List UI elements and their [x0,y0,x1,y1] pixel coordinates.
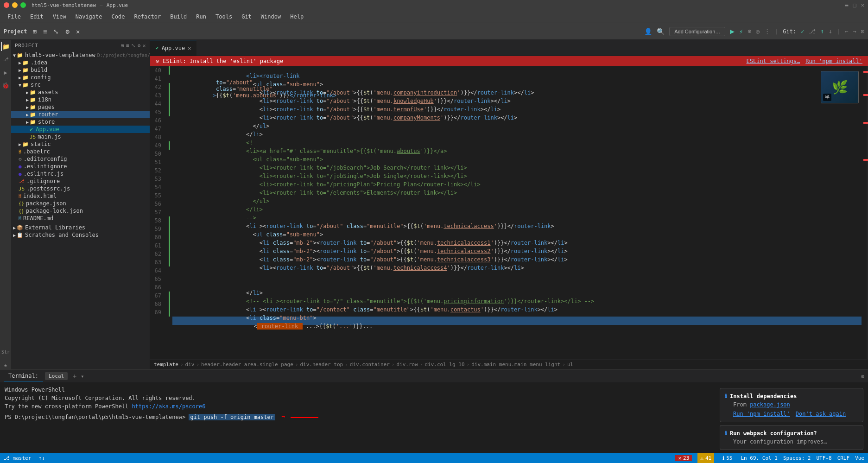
sidebar-icon4[interactable]: ⚙ [138,43,141,49]
menu-window[interactable]: Window [257,13,285,21]
menu-refactor[interactable]: Refactor [130,13,165,21]
sidebar-item-config[interactable]: ▶ 📁 config [11,74,150,81]
terminal-dropdown[interactable]: ▾ [81,373,84,380]
notif-dont-ask[interactable]: Don't ask again [796,411,846,417]
sidebar-icon2[interactable]: ≡ [126,43,129,49]
run-button[interactable]: ▶ [730,27,735,36]
menu-edit[interactable]: Edit [26,13,47,21]
terminal-settings-icon[interactable]: ⚙ [861,373,864,380]
status-warnings[interactable]: ⚠41 [697,453,714,463]
list-icon[interactable]: ≡ [41,27,49,36]
menu-build[interactable]: Build [166,13,190,21]
breadcrumb-div-collg10[interactable]: div.col-lg-10 [424,362,464,368]
status-sync[interactable]: ↑↓ [38,455,44,461]
sidebar-item-build[interactable]: ▶ 📁 build [11,66,150,74]
git-pull[interactable]: ↓ [829,28,832,35]
activity-commit[interactable]: ⎇ [1,55,10,64]
debug-button[interactable]: ⚡ [739,28,743,35]
sidebar-item-router[interactable]: ▶ 📁 router [11,111,150,118]
sidebar-item-static[interactable]: ▶ 📁 static [11,140,150,148]
breadcrumb-div-container[interactable]: div.container [350,362,390,368]
sidebar-icon1[interactable]: ⊞ [121,43,124,49]
menu-file[interactable]: File [4,13,25,21]
menu-view[interactable]: View [49,13,70,21]
sidebar-item-eslintignore[interactable]: ● .eslintignore [11,163,150,170]
more-actions[interactable]: ⋮ [764,28,770,35]
status-crlf[interactable]: CRLF [837,455,850,461]
eslint-npm-install-link[interactable]: Run 'npm install' [805,58,862,64]
collapse-icon[interactable]: ⤡ [51,27,61,36]
scroll-bar[interactable] [862,66,868,359]
status-errors[interactable]: ✕23 [675,455,692,461]
sidebar-item-idea[interactable]: ▶ 📁 .idea [11,59,150,66]
sidebar-item-i18n[interactable]: ▶ 📁 i18n [11,96,150,103]
menu-help[interactable]: Help [286,13,307,21]
sidebar-item-scratches[interactable]: ▶ 📋 Scratches and Consoles [11,231,150,239]
activity-structure[interactable]: Str [1,347,10,356]
sidebar-item-eslintrc[interactable]: ● .eslintrc.js [11,170,150,178]
tab-close-appvue[interactable]: ✕ [188,45,191,51]
settings-icon[interactable]: ⚙ [63,27,71,36]
panel-tab-terminal[interactable]: Terminal: [4,371,43,381]
sidebar-item-appvue[interactable]: ✔ App.vue [11,126,150,133]
sidebar-item-babelrc[interactable]: B .babelrc [11,148,150,155]
breadcrumb-template[interactable]: template [154,362,178,368]
sidebar-icon5[interactable]: ✕ [143,43,146,49]
sidebar-item-editorconfig[interactable]: ⚙ .editorconfig [11,155,150,163]
activity-project[interactable]: 📁 [1,42,10,51]
sidebar-item-postcss[interactable]: JS .postcssrc.js [11,185,150,192]
nav-forward[interactable]: → [853,28,856,35]
breadcrumb-div-headertop[interactable]: div.header-top [300,362,343,368]
breadcrumb-ul[interactable]: ul [567,362,573,368]
powershell-link[interactable]: https://aka.ms/pscore6 [132,403,206,410]
search-icon[interactable]: 🔍 [657,28,665,35]
sidebar-item-assets[interactable]: ▶ 📁 assets [11,89,150,96]
breadcrumb-header[interactable]: header.header-area.single-page [201,362,293,368]
breadcrumb-div-mainmenu[interactable]: div.main-menu.main-menu-light [471,362,560,368]
activity-run[interactable]: ▶ [1,68,10,77]
package-json-link[interactable]: package.json [750,401,790,408]
sidebar-item-indexhtml[interactable]: H index.html [11,192,150,200]
close-panel-icon[interactable]: ✕ [74,27,82,36]
activity-debug[interactable]: 🐞 [1,81,10,90]
sidebar-item-external-libs[interactable]: ▶ 📦 External Libraries [11,224,150,231]
status-encoding[interactable]: UTF-8 [817,455,832,461]
add-configuration-button[interactable]: Add Configuration… [669,27,725,36]
menu-code[interactable]: Code [108,13,129,21]
profile-button[interactable]: ◎ [756,28,760,35]
maximize-button[interactable] [20,2,26,8]
tree-root[interactable]: ▼ 📁 html5-vue-templatenew D:/project/ton… [11,51,150,59]
eslint-settings-link[interactable]: ESLint settings… [747,58,800,64]
coverage-button[interactable]: ⊛ [748,28,751,35]
menu-tools[interactable]: Tools [212,13,236,21]
menu-run[interactable]: Run [192,13,210,21]
sidebar-item-src[interactable]: ▼ 📁 src [11,81,150,89]
sidebar-item-packagejson[interactable]: {} package.json [11,200,150,207]
status-info[interactable]: ℹ55 [720,455,735,461]
sidebar-item-pages[interactable]: ▶ 📁 pages [11,103,150,111]
sidebar-item-mainjs[interactable]: JS main.js [11,133,150,140]
minimize-button[interactable] [12,2,18,8]
sidebar-icon3[interactable]: ⤡ [131,43,136,49]
terminal-icon2[interactable]: ⊡ [861,28,864,35]
status-language[interactable]: Vue [855,455,864,461]
sidebar-item-store[interactable]: ▶ 📁 store [11,118,150,126]
sidebar-item-readme[interactable]: M README.md [11,215,150,222]
breadcrumb-div1[interactable]: div [185,362,195,368]
code-lines[interactable]: <li><router-link to="/about" class="menu… [171,66,862,359]
nav-back[interactable]: ← [845,28,848,35]
layout-icon[interactable]: ⊞ [31,27,38,36]
menu-navigate[interactable]: Navigate [72,13,106,21]
code-container[interactable]: 40 41 42 43 44 45 46 47 48 49 50 51 52 5… [150,66,868,359]
notif-run-npm[interactable]: Run 'npm install' [733,411,790,417]
tab-appvue[interactable]: ✔ App.vue ✕ [150,40,196,56]
git-commit[interactable]: ⎇ [809,28,816,35]
add-terminal-button[interactable]: ＋ [71,372,78,381]
menu-git[interactable]: Git [238,13,255,21]
close-button[interactable] [4,2,9,8]
sidebar-item-packagelockjson[interactable]: {} package-lock.json [11,207,150,215]
sidebar-item-gitignore[interactable]: ⎇ .gitignore [11,178,150,185]
status-spaces[interactable]: Spaces: 2 [783,455,811,461]
activity-favorites[interactable]: ★ [1,360,10,369]
breadcrumb-div-row[interactable]: div.row [396,362,418,368]
